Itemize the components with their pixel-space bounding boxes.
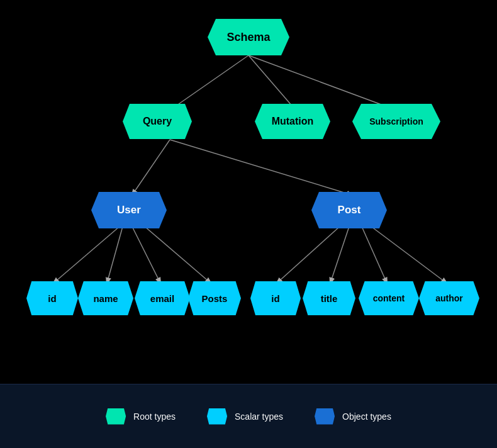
query-node: Query	[123, 104, 192, 139]
legend-object: Object types	[315, 408, 391, 425]
root-label: Root types	[133, 412, 176, 422]
svg-line-0	[170, 55, 248, 110]
diagram: Schema Query Mutation Subscription User …	[0, 0, 497, 384]
svg-line-8	[145, 227, 211, 283]
subscription-node: Subscription	[352, 104, 440, 139]
svg-line-1	[248, 55, 296, 110]
svg-line-2	[248, 55, 396, 110]
legend: Root types Scalar types Object types	[0, 384, 497, 448]
svg-line-11	[362, 227, 387, 283]
post-title-node: title	[303, 281, 355, 315]
svg-line-12	[371, 227, 447, 283]
post-author-node: author	[419, 281, 479, 315]
root-swatch	[106, 408, 126, 425]
legend-scalar: Scalar types	[207, 408, 283, 425]
object-swatch	[315, 408, 335, 425]
user-name-node: name	[78, 281, 133, 315]
post-node: Post	[311, 192, 387, 228]
mutation-node: Mutation	[255, 104, 330, 139]
svg-line-5	[53, 227, 120, 283]
post-id-node: id	[250, 281, 301, 315]
svg-line-4	[170, 140, 352, 195]
user-id-node: id	[26, 281, 78, 315]
object-label: Object types	[342, 412, 391, 422]
svg-line-7	[132, 227, 160, 283]
user-email-node: email	[135, 281, 190, 315]
schema-node: Schema	[208, 19, 289, 55]
scalar-label: Scalar types	[235, 412, 283, 422]
svg-line-9	[277, 227, 340, 283]
user-node: User	[91, 192, 167, 228]
user-posts-node: Posts	[188, 281, 241, 315]
svg-line-6	[107, 227, 123, 283]
scalar-swatch	[207, 408, 227, 425]
svg-line-10	[330, 227, 349, 283]
svg-line-3	[132, 140, 170, 195]
post-content-node: content	[359, 281, 419, 315]
legend-root: Root types	[106, 408, 176, 425]
